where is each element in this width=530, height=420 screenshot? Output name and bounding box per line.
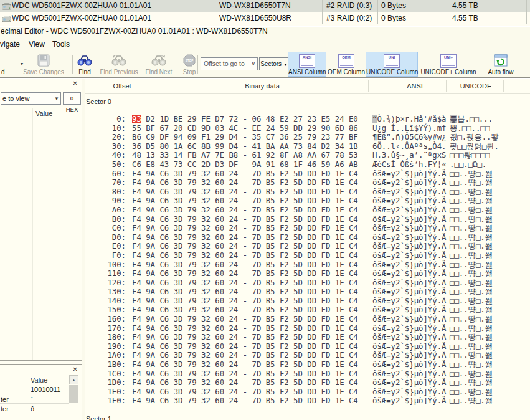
ansi-text[interactable]: ôšÆ=y2`$}µò]Ýý.Ä <box>372 342 446 351</box>
device-row-selected[interactable]: WDC WD5001FZWX-00ZHUA0 01.01A01 WD-WX81D… <box>0 0 530 12</box>
hex-bytes[interactable]: F4 9A C6 3D 79 32 60 24 - 7D B5 F2 5D DD… <box>132 370 358 379</box>
unicode-text[interactable]: 즶□.퐩융..뽷 <box>450 133 499 142</box>
ansi-text[interactable]: ôšÆ=y2`$}µò]Ýý.Ä <box>372 260 446 270</box>
menu-item-tools[interactable]: Tools <box>52 39 70 50</box>
hex-bytes[interactable]: B6 C9 DF 94 09 F1 29 D4 - 35 C7 36 25 79… <box>132 133 358 142</box>
unicode-column-toggle[interactable]: UNI UNICODE Column <box>366 52 418 77</box>
hex-bytes[interactable]: F4 9A C6 3D 79 32 60 24 - 7D B5 F2 5D DD… <box>132 360 358 370</box>
hex-bytes[interactable]: F4 9A C6 3D 79 32 60 24 - 7D B5 F2 5D DD… <box>132 206 358 215</box>
combo-chevron-icon[interactable]: ∨ <box>251 58 255 70</box>
inspector-value-ansi-char[interactable]: “ <box>31 396 33 403</box>
ansi-text[interactable]: ôšÆ=y2`$}µò]Ýý.Ä <box>372 305 446 315</box>
unicode-text[interactable]: □□..땽□.쐞 <box>450 224 493 233</box>
scrollbar-thumb[interactable] <box>69 385 78 403</box>
hex-bytes[interactable]: 55 BF 67 20 CD 9D 03 4C - EE 24 59 DD 29… <box>132 124 358 133</box>
hex-bytes[interactable]: C6 E8 43 73 CC 2D D3 DF - 9A 91 68 1F 46… <box>132 160 358 169</box>
offset-format-field[interactable]: 0 HEX <box>63 92 81 105</box>
unicode-plus-column-toggle[interactable]: UNI+ UNICODE+ Column <box>420 52 477 76</box>
ansi-text[interactable]: U¿g Í..Lî$YÝ).m† <box>372 124 446 133</box>
unicode-text[interactable]: □□..땽□.쐞 <box>450 333 493 342</box>
hex-bytes[interactable]: F4 9A C6 3D 79 32 60 24 - 7D B5 F2 5D DD… <box>132 324 358 333</box>
hex-bytes[interactable]: F4 9A C6 3D 79 32 60 24 - 7D B5 F2 5D DD… <box>132 305 358 315</box>
ansi-text[interactable]: 6Õ..l‹.ÔAºªs„Ò4. <box>372 142 446 151</box>
sectors-dropdown-button[interactable]: Sectors ▼ <box>259 57 289 70</box>
unicode-text[interactable]: □□..땽□.쐞 <box>450 287 493 297</box>
hex-bytes[interactable]: F4 9A C6 3D 79 32 60 24 - 7D B5 F2 5D DD… <box>132 233 358 242</box>
ansi-text[interactable]: ôšÆ=y2`$}µò]Ýý.Ä <box>372 378 446 388</box>
find-next-button[interactable]: Find Next <box>142 52 176 76</box>
scrollbar-up-button[interactable]: ▴ <box>69 375 78 384</box>
oem-column-toggle[interactable]: OEM OEM Column <box>328 52 365 76</box>
device-row[interactable]: WDC WD5001FZWX-00ZHUA0 01.01A01 WD-WX81D… <box>0 12 530 24</box>
find-button[interactable]: Find <box>73 52 96 76</box>
ansi-text[interactable]: ôšÆ=y2`$}µò]Ýý.Ä <box>372 169 446 179</box>
unicode-text[interactable]: .□□.□Ὠ□. <box>450 160 486 169</box>
unicode-text[interactable]: □□..땽□.쐞 <box>450 269 493 279</box>
close-icon[interactable]: ✕ <box>73 366 78 373</box>
inspector-value-oem-char[interactable]: ô <box>31 405 34 413</box>
unicode-text[interactable]: □□..땽□.쐞 <box>450 178 493 188</box>
unicode-text[interactable]: □□..땽□.쐞 <box>450 196 493 206</box>
ansi-text[interactable]: ôšÆ=y2`$}µò]Ýý.Ä <box>372 396 446 406</box>
unicode-text[interactable]: □□..땽□.쐞 <box>450 351 493 360</box>
selected-unicode-char[interactable]: 틓 <box>450 115 457 123</box>
selected-ansi-char[interactable]: “ <box>372 115 377 123</box>
ansi-column-toggle[interactable]: ANSI ANSI Column <box>288 52 326 77</box>
ansi-text[interactable]: “Ò.¾)þ×r.Hâ'#å$à <box>372 115 446 124</box>
ansi-text[interactable]: ôšÆ=y2`$}µò]Ýý.Ä <box>372 324 446 333</box>
ansi-text[interactable]: ôšÆ=y2`$}µò]Ýý.Ä <box>372 269 446 279</box>
menu-item-navigate[interactable]: vigate <box>0 39 20 50</box>
hex-bytes[interactable]: F4 9A C6 3D 79 32 60 24 - 7D B5 F2 5D DD… <box>132 388 358 397</box>
ansi-text[interactable]: ôšÆ=y2`$}µò]Ýý.Ä <box>372 297 446 306</box>
ansi-text[interactable]: ôšÆ=y2`$}µò]Ýý.Ä <box>372 315 446 324</box>
unicode-text[interactable]: □□..땽□.쐞 <box>450 370 493 379</box>
hex-bytes[interactable]: F4 9A C6 3D 79 32 60 24 - 7D B5 F2 5D DD… <box>132 269 358 279</box>
ansi-text[interactable]: ôšÆ=y2`$}µò]Ýý.Ä <box>372 242 446 251</box>
ansi-text[interactable]: ôšÆ=y2`$}µò]Ýý.Ä <box>372 251 446 260</box>
auto-flow-button[interactable]: Auto flow <box>483 52 518 76</box>
ansi-text[interactable]: ¶Éß”.ñ)Ô5Ç6%y#w¿ <box>372 133 446 142</box>
hex-bytes[interactable]: F4 9A C6 3D 79 32 60 24 - 7D B5 F2 5D DD… <box>132 297 358 306</box>
ansi-text[interactable]: ôšÆ=y2`$}µò]Ýý.Ä <box>372 178 446 188</box>
unicode-text[interactable]: □□..땽□.쐞 <box>450 233 493 242</box>
unicode-text[interactable]: □□..땽□.쐞 <box>450 305 493 315</box>
unicode-text[interactable]: □□□롾□□□□ <box>450 151 490 160</box>
unicode-text[interactable]: 픶□□풙멁□튄. <box>450 142 499 151</box>
menu-item-view[interactable]: View <box>29 39 45 50</box>
find-previous-button[interactable]: Find Previous <box>97 52 141 76</box>
hex-bytes[interactable]: F4 9A C6 3D 79 32 60 24 - 7D B5 F2 5D DD… <box>132 378 358 388</box>
hex-bytes[interactable]: F4 9A C6 3D 79 32 60 24 - 7D B5 F2 5D DD… <box>132 351 358 360</box>
ansi-text[interactable]: ôšÆ=y2`$}µò]Ýý.Ä <box>372 388 446 397</box>
hex-bytes[interactable]: 36 D5 80 1A 6C 8B 99 D4 - 41 BA AA 73 84… <box>132 142 358 151</box>
unicode-text[interactable]: 뽕.□□..□□ <box>450 124 490 133</box>
unicode-text[interactable]: □□..땽□.쐞 <box>450 251 493 260</box>
unicode-text[interactable]: 틓븝.□□... <box>450 115 493 124</box>
unicode-text[interactable]: □□..땽□.쐞 <box>450 279 493 288</box>
ansi-text[interactable]: ôšÆ=y2`$}µò]Ýý.Ä <box>372 279 446 288</box>
structure-view-combobox[interactable]: e to view ▼ <box>1 92 61 105</box>
unicode-text[interactable]: □□..땽□.쐞 <box>450 360 493 370</box>
hex-bytes[interactable]: 93 D2 1D BE 29 FE D7 72 - 06 48 E2 27 23… <box>132 115 358 124</box>
hex-bytes[interactable]: F4 9A C6 3D 79 32 60 24 - 7D B5 F2 5D DD… <box>132 178 358 188</box>
ansi-text[interactable]: ôšÆ=y2`$}µò]Ýý.Ä <box>372 188 446 197</box>
unicode-text[interactable]: □□..땽□.쐞 <box>450 297 493 306</box>
ansi-text[interactable]: ôšÆ=y2`$}µò]Ýý.Ä <box>372 224 446 233</box>
unicode-text[interactable]: □□..땽□.쐞 <box>450 188 493 197</box>
ansi-text[interactable]: ôšÆ=y2`$}µò]Ýý.Ä <box>372 333 446 342</box>
ansi-text[interactable]: H.3.û§~¸a’.¨ªgxS <box>372 151 446 160</box>
ansi-text[interactable]: ôšÆ=y2`$}µò]Ýý.Ä <box>372 206 446 215</box>
hex-bytes[interactable]: F4 9A C6 3D 79 32 60 24 - 7D B5 F2 5D DD… <box>132 188 358 197</box>
unicode-text[interactable]: □□..땽□.쐞 <box>450 378 493 388</box>
unicode-text[interactable]: □□..땽□.쐞 <box>450 315 493 324</box>
hex-bytes[interactable]: F4 9A C6 3D 79 32 60 24 - 7D B5 F2 5D DD… <box>132 169 358 179</box>
hex-bytes[interactable]: F4 9A C6 3D 79 32 60 24 - 7D B5 F2 5D DD… <box>132 333 358 342</box>
hex-bytes[interactable]: F4 9A C6 3D 79 32 60 24 - 7D B5 F2 5D DD… <box>132 224 358 233</box>
unicode-text[interactable]: □□..땽□.쐞 <box>450 396 493 406</box>
hex-bytes[interactable]: F4 9A C6 3D 79 32 60 24 - 7D B5 F2 5D DD… <box>132 279 358 288</box>
stop-button[interactable]: STOP Stop <box>179 52 199 76</box>
hex-bytes[interactable]: F4 9A C6 3D 79 32 60 24 - 7D B5 F2 5D DD… <box>132 315 358 324</box>
unicode-text[interactable]: □□..땽□.쐞 <box>450 169 493 179</box>
ansi-text[interactable]: ôšÆ=y2`$}µò]Ýý.Ä <box>372 215 446 224</box>
unicode-text[interactable]: □□..땽□.쐞 <box>450 242 493 251</box>
hex-bytes[interactable]: F4 9A C6 3D 79 32 60 24 - 7D B5 F2 5D DD… <box>132 396 358 406</box>
